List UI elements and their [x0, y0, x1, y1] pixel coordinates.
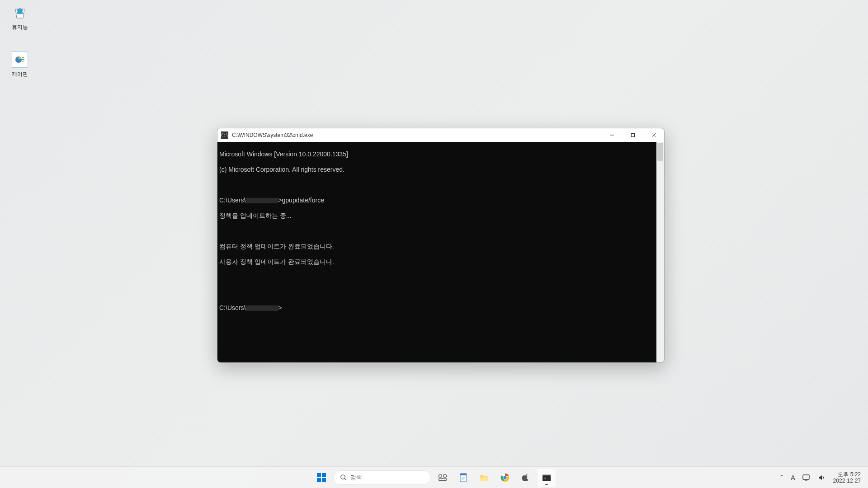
cmd-title-icon: C:\ [221, 131, 228, 139]
svg-rect-3 [22, 61, 24, 62]
close-button[interactable] [643, 128, 664, 142]
taskbar: 검색 [0, 466, 868, 488]
chrome-icon [500, 473, 510, 483]
cmd-window[interactable]: C:\ C:\WINDOWS\system32\cmd.exe Microsof… [217, 128, 665, 363]
date-label: 2022-12-27 [833, 478, 861, 484]
terminal-line: (c) Microsoft Corporation. All rights re… [219, 166, 662, 174]
svg-rect-16 [439, 478, 447, 480]
svg-rect-30 [803, 475, 809, 479]
maximize-button[interactable] [623, 128, 643, 142]
control-panel-icon [11, 51, 29, 69]
terminal-output[interactable]: Microsoft Windows [Version 10.0.22000.13… [217, 142, 664, 362]
svg-rect-1 [22, 57, 24, 58]
svg-rect-18 [460, 474, 467, 475]
search-icon [340, 474, 347, 481]
search-placeholder: 검색 [350, 474, 362, 482]
terminal-line: C:\Users\>gpupdate/force [219, 197, 662, 204]
svg-rect-2 [22, 59, 24, 60]
svg-rect-5 [632, 134, 635, 137]
minimize-button[interactable] [602, 128, 623, 142]
scrollbar-thumb[interactable] [657, 143, 663, 161]
terminal-line [219, 273, 662, 281]
terminal-line: 컴퓨터 정책 업데이트가 완료되었습니다. [219, 243, 662, 250]
redacted-username [245, 198, 278, 203]
apple-icon [521, 473, 530, 483]
apple-button[interactable] [517, 469, 535, 487]
svg-point-26 [503, 476, 506, 479]
terminal-line [219, 289, 662, 296]
svg-rect-15 [443, 474, 446, 477]
file-explorer-icon [479, 472, 490, 483]
terminal-prompt[interactable]: C:\Users\> [219, 304, 662, 312]
network-button[interactable] [800, 469, 813, 487]
terminal-line [219, 227, 662, 235]
chevron-up-icon: ˄ [780, 474, 783, 481]
system-tray: ˄ A 오후 5:22 2022-12-27 [778, 467, 864, 488]
svg-rect-9 [322, 473, 326, 477]
notepad-icon [458, 472, 469, 483]
svg-rect-11 [322, 478, 326, 482]
terminal-line [219, 181, 662, 189]
svg-rect-10 [317, 478, 321, 482]
terminal-line: 정책을 업데이트하는 중... [219, 212, 662, 220]
network-icon [802, 474, 811, 481]
svg-point-12 [341, 475, 345, 479]
terminal-line: 사용자 정책 업데이트가 완료되었습니다. [219, 258, 662, 266]
svg-rect-23 [481, 478, 483, 478]
svg-line-13 [344, 479, 346, 480]
tray-overflow-button[interactable]: ˄ [778, 469, 786, 487]
start-button[interactable] [312, 469, 330, 487]
task-view-button[interactable] [434, 469, 452, 487]
terminal-icon: >_ [541, 472, 552, 483]
chrome-button[interactable] [496, 469, 514, 487]
search-input[interactable]: 검색 [333, 470, 431, 485]
desktop[interactable]: 휴지통 제어판 C:\ C:\WINDOWS\system32\cmd.exe [0, 0, 868, 466]
ime-indicator[interactable]: A [788, 469, 797, 487]
notepad-button[interactable] [454, 469, 472, 487]
redacted-username [245, 305, 278, 311]
start-icon [316, 472, 327, 483]
svg-rect-14 [439, 474, 442, 477]
recycle-bin-icon [11, 4, 29, 22]
scrollbar[interactable] [656, 142, 664, 362]
taskbar-center: 검색 [312, 469, 556, 487]
terminal-line: Microsoft Windows [Version 10.0.22000.13… [219, 150, 662, 158]
svg-rect-8 [317, 473, 321, 477]
time-label: 오후 5:22 [838, 471, 861, 478]
volume-button[interactable] [815, 469, 828, 487]
svg-text:>_: >_ [544, 476, 548, 480]
desktop-icon-label: 제어판 [12, 70, 28, 78]
svg-rect-22 [480, 477, 488, 481]
desktop-icon-label: 휴지통 [12, 23, 28, 31]
svg-rect-28 [542, 474, 551, 475]
svg-rect-31 [805, 480, 807, 481]
clock[interactable]: 오후 5:22 2022-12-27 [830, 469, 864, 487]
ime-label: A [791, 474, 795, 481]
window-title: C:\WINDOWS\system32\cmd.exe [232, 132, 313, 138]
desktop-icon-recycle-bin[interactable]: 휴지통 [3, 2, 37, 33]
task-view-icon [438, 473, 448, 483]
volume-icon [818, 474, 825, 481]
file-explorer-button[interactable] [475, 469, 493, 487]
cmd-taskbar-button[interactable]: >_ [538, 469, 556, 487]
desktop-icon-control-panel[interactable]: 제어판 [3, 49, 37, 80]
titlebar[interactable]: C:\ C:\WINDOWS\system32\cmd.exe [217, 128, 664, 142]
